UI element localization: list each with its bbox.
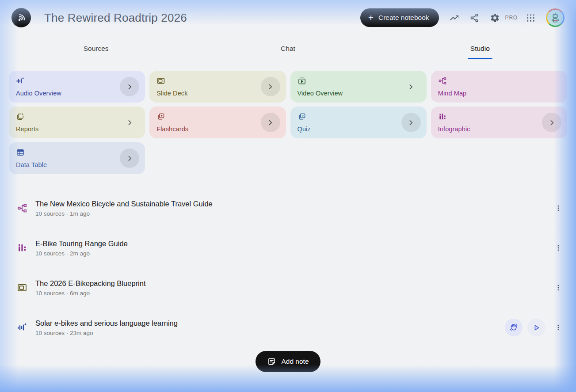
- audio-waveform-icon: [16, 76, 138, 85]
- app-header: The Rewired Roadtrip 2026 + Create noteb…: [0, 0, 576, 35]
- plus-icon: +: [368, 13, 374, 22]
- chevron-right-icon[interactable]: [401, 113, 421, 132]
- chevron-right-icon[interactable]: [261, 77, 280, 96]
- data-table-icon: [16, 148, 138, 157]
- chevron-right-icon[interactable]: [120, 113, 139, 132]
- notebooklm-logo-icon[interactable]: [11, 8, 31, 27]
- chevron-right-icon[interactable]: [401, 77, 421, 96]
- more-options-kebab-icon[interactable]: [552, 319, 565, 336]
- note-title: The New Mexico Bicycle and Sustainable T…: [35, 200, 213, 208]
- studio-card-label: Reports: [16, 126, 138, 133]
- tab-studio[interactable]: Studio: [384, 38, 576, 59]
- mind-map-icon: [438, 76, 560, 85]
- mind-map-icon: [17, 203, 27, 213]
- note-meta: 10 sources · 2m ago: [35, 250, 128, 257]
- note-meta: 10 sources · 1m ago: [35, 210, 213, 217]
- note-title: The 2026 E-Bikepacking Blueprint: [35, 279, 145, 288]
- video-overview-icon: [298, 76, 420, 85]
- slide-deck-icon: [17, 282, 27, 293]
- studio-card-label: Mind Map: [438, 90, 560, 97]
- list-item[interactable]: Solar e-bikes and serious language learn…: [0, 308, 576, 347]
- pro-badge: PRO: [505, 15, 518, 21]
- audio-waveform-icon: [17, 322, 27, 333]
- slide-deck-icon: [156, 76, 278, 85]
- studio-card-flashcards[interactable]: Flashcards: [149, 107, 286, 138]
- chevron-right-icon[interactable]: [542, 113, 561, 132]
- studio-card-mind-map[interactable]: Mind Map: [431, 71, 567, 103]
- avatar-robot-image: [547, 10, 563, 26]
- user-avatar[interactable]: [546, 8, 565, 27]
- more-options-kebab-icon[interactable]: [552, 239, 565, 257]
- chevron-right-icon[interactable]: [261, 113, 280, 132]
- quiz-icon: ?: [298, 112, 420, 121]
- svg-text:?: ?: [301, 114, 304, 118]
- note-meta: 10 sources · 23m ago: [35, 330, 178, 336]
- note-meta: 10 sources · 6m ago: [35, 290, 145, 297]
- share-icon[interactable]: [465, 8, 485, 28]
- studio-card-label: Audio Overview: [16, 90, 138, 97]
- list-item[interactable]: The 2026 E-Bikepacking Blueprint 10 sour…: [0, 268, 576, 308]
- studio-card-label: Quiz: [298, 126, 420, 133]
- add-note-label: Add note: [281, 358, 309, 365]
- studio-card-data-table[interactable]: Data Table: [9, 142, 145, 174]
- more-options-kebab-icon[interactable]: [552, 199, 565, 217]
- list-item[interactable]: E-Bike Touring Range Guide 10 sources · …: [0, 228, 576, 268]
- tab-chat[interactable]: Chat: [192, 38, 384, 59]
- studio-card-label: Data Table: [16, 161, 138, 168]
- studio-card-video-overview[interactable]: Video Overview: [290, 71, 427, 103]
- interactive-mode-wave-icon[interactable]: [505, 319, 523, 336]
- settings-gear-icon[interactable]: [485, 8, 505, 28]
- studio-card-infographic[interactable]: Infographic: [431, 107, 567, 138]
- note-title: E-Bike Touring Range Guide: [35, 240, 128, 248]
- panel-tabs: Sources Chat Studio: [0, 38, 576, 59]
- tab-sources[interactable]: Sources: [0, 38, 192, 59]
- studio-card-label: Video Overview: [298, 90, 420, 97]
- create-notebook-button[interactable]: + Create notebook: [360, 8, 439, 27]
- flashcards-icon: [156, 112, 278, 121]
- more-options-kebab-icon[interactable]: [552, 279, 565, 297]
- studio-card-slide-deck[interactable]: Slide Deck: [149, 71, 286, 103]
- studio-output-list: The New Mexico Bicycle and Sustainable T…: [0, 180, 576, 372]
- list-item[interactable]: The New Mexico Bicycle and Sustainable T…: [0, 188, 576, 228]
- studio-card-reports[interactable]: Reports: [9, 107, 145, 138]
- chevron-right-icon[interactable]: [120, 148, 139, 168]
- notebook-title[interactable]: The Rewired Roadtrip 2026: [44, 11, 187, 25]
- studio-card-label: Infographic: [438, 126, 560, 133]
- apps-grid-icon[interactable]: [520, 8, 541, 28]
- analytics-trending-up-icon[interactable]: [444, 8, 465, 28]
- report-icon: [16, 112, 138, 121]
- note-icon: [267, 357, 276, 366]
- studio-card-grid: Audio Overview Slide Deck Video Overview: [9, 71, 567, 174]
- studio-card-quiz[interactable]: ? Quiz: [290, 107, 427, 138]
- chevron-right-icon[interactable]: [120, 77, 139, 96]
- infographic-icon: [438, 112, 560, 121]
- create-notebook-label: Create notebook: [378, 14, 429, 22]
- add-note-button[interactable]: Add note: [256, 351, 320, 372]
- studio-card-label: Flashcards: [156, 126, 278, 133]
- note-title: Solar e-bikes and serious language learn…: [35, 319, 178, 327]
- infographic-icon: [17, 243, 27, 253]
- studio-card-label: Slide Deck: [156, 90, 278, 97]
- play-icon[interactable]: [527, 319, 545, 336]
- studio-card-audio-overview[interactable]: Audio Overview: [9, 71, 145, 103]
